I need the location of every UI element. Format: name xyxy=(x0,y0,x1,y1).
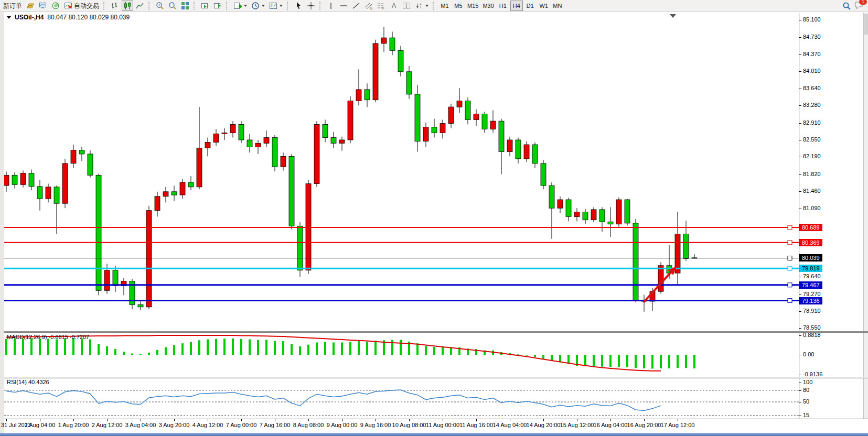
toolbar-drag-handle[interactable] xyxy=(319,2,323,10)
line-chart-button[interactable] xyxy=(134,1,146,11)
timeframe-d1[interactable]: D1 xyxy=(524,1,537,11)
toolbar-drag-handle[interactable] xyxy=(148,2,152,10)
vertical-line-button[interactable] xyxy=(325,1,337,11)
macd-bar xyxy=(333,343,335,355)
timeframe-w1[interactable]: W1 xyxy=(538,1,550,11)
candlestick-chart-icon xyxy=(123,2,132,10)
toolbar-drag-handle[interactable] xyxy=(194,2,197,10)
macd-bar xyxy=(89,340,91,355)
templates-button[interactable] xyxy=(267,1,284,11)
zoom-in-button[interactable] xyxy=(154,1,166,11)
candle-body xyxy=(574,212,580,216)
crosshair-button[interactable] xyxy=(305,1,317,11)
candle-body xyxy=(197,148,202,187)
cursor-button[interactable] xyxy=(293,1,304,11)
navigator-button[interactable] xyxy=(50,1,61,11)
timeframe-h4[interactable]: H4 xyxy=(510,1,523,11)
macd-bar xyxy=(98,344,100,355)
indicators-button[interactable] xyxy=(232,1,249,11)
bar-chart-button[interactable] xyxy=(109,1,121,11)
macd-bar xyxy=(358,341,360,355)
timeframe-m1[interactable]: M1 xyxy=(438,1,451,11)
macd-bar xyxy=(349,342,351,355)
candle-body xyxy=(457,101,462,107)
auto-scroll-button[interactable] xyxy=(199,1,211,11)
line-anchor[interactable] xyxy=(788,225,792,230)
scrollbar-thumb[interactable] xyxy=(864,14,868,35)
line-anchor[interactable] xyxy=(788,241,792,245)
timeframe-m15[interactable]: M15 xyxy=(466,1,480,11)
auto-trading-button[interactable]: 自动交易 xyxy=(62,1,101,11)
macd-bar xyxy=(123,352,125,355)
macd-bar xyxy=(618,355,620,367)
pane-splitter[interactable] xyxy=(4,331,868,333)
notifications-button[interactable]: 1 xyxy=(854,1,864,11)
arrows-button[interactable] xyxy=(413,1,430,11)
search-icon[interactable] xyxy=(842,2,851,10)
timeframe-m5[interactable]: M5 xyxy=(452,1,465,11)
market-watch-button[interactable] xyxy=(37,1,49,11)
line-anchor[interactable] xyxy=(788,256,792,260)
macd-bar xyxy=(181,343,184,355)
equidistant-channel-icon: E xyxy=(365,2,373,10)
market-watch-icon xyxy=(39,2,47,10)
text-label-button[interactable]: T xyxy=(401,1,412,11)
toolbar-drag-handle[interactable] xyxy=(226,2,229,10)
pane-splitter[interactable] xyxy=(4,377,868,378)
rsi-pane[interactable] xyxy=(4,378,799,419)
rsi-label: RSI(14) 40.4326 xyxy=(7,379,49,385)
macd-bar xyxy=(39,339,41,355)
tile-windows-icon xyxy=(181,2,189,10)
svg-text:F: F xyxy=(382,6,384,10)
chart-quote: 80.047 80.120 80.029 80.039 xyxy=(47,14,130,21)
chart-shift-marker[interactable] xyxy=(670,14,676,18)
macd-bar xyxy=(366,342,368,355)
periods-button[interactable] xyxy=(250,1,266,11)
candle-body xyxy=(482,114,487,129)
candlestick-chart-button[interactable] xyxy=(122,1,133,11)
macd-bar xyxy=(148,353,150,355)
macd-bar xyxy=(282,341,284,355)
macd-bar xyxy=(660,355,662,368)
macd-bar xyxy=(223,339,226,355)
macd-bar xyxy=(442,347,444,355)
new-chart-button[interactable] xyxy=(25,1,36,11)
new-order-button[interactable]: 新订单 xyxy=(2,1,24,11)
zoom-out-button[interactable] xyxy=(167,1,178,11)
text-button[interactable]: A xyxy=(388,1,400,11)
macd-bar xyxy=(173,345,175,355)
macd-bar xyxy=(207,340,209,355)
svg-text:T: T xyxy=(405,3,408,9)
line-anchor[interactable] xyxy=(788,299,792,303)
line-anchor[interactable] xyxy=(788,283,792,287)
tile-windows-button[interactable] xyxy=(179,1,191,11)
horizontal-line-button[interactable] xyxy=(338,1,349,11)
main-chart-pane[interactable] xyxy=(4,13,799,331)
toolbar-drag-handle[interactable] xyxy=(103,2,106,10)
timeframe-h1[interactable]: H1 xyxy=(497,1,509,11)
fibonacci-icon: F xyxy=(377,2,385,10)
toolbar-drag-handle[interactable] xyxy=(287,2,290,10)
equidistant-channel-button[interactable]: E xyxy=(363,1,374,11)
candle-body xyxy=(323,124,328,137)
candle-body xyxy=(339,140,345,143)
candle-body xyxy=(79,150,84,154)
trendline-button[interactable] xyxy=(350,1,362,11)
chart-shift-button[interactable] xyxy=(212,1,223,11)
line-anchor[interactable] xyxy=(788,266,792,270)
toolbar-drag-handle[interactable] xyxy=(433,2,436,10)
macd-bar xyxy=(450,347,452,355)
vertical-scrollbar[interactable] xyxy=(863,13,868,419)
candle-body xyxy=(549,186,554,208)
timeframe-m30[interactable]: M30 xyxy=(481,1,495,11)
candle-body xyxy=(138,304,143,307)
timeframe-mn[interactable]: MN xyxy=(551,1,564,11)
macd-pane[interactable] xyxy=(4,333,799,377)
navigator-icon xyxy=(51,2,60,10)
dropdown-caret-icon xyxy=(280,5,283,7)
candle-body xyxy=(633,223,638,300)
symbol-dropdown-icon[interactable] xyxy=(7,16,11,19)
candle-body xyxy=(104,270,110,291)
candle-body xyxy=(247,140,252,147)
fibonacci-button[interactable]: F xyxy=(376,1,387,11)
